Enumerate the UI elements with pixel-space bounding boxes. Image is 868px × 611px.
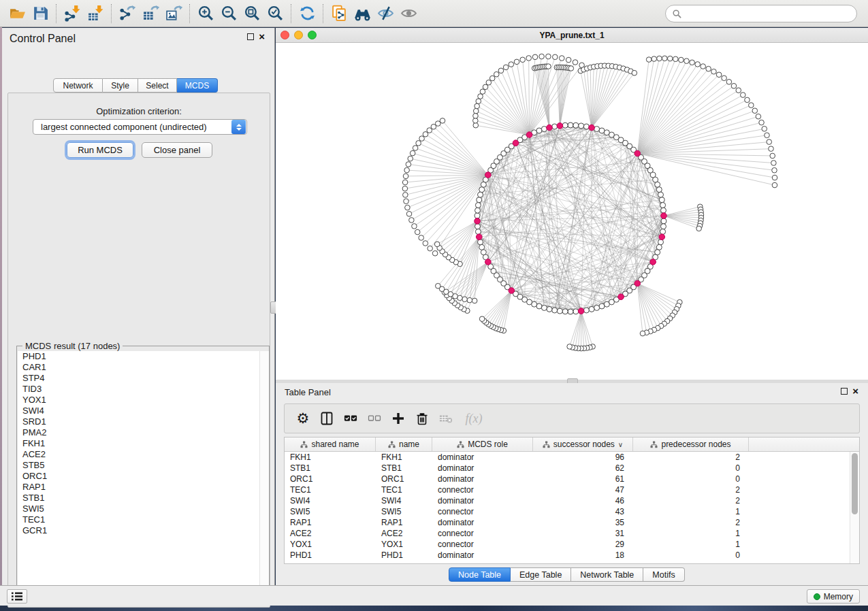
column-header-label: name bbox=[399, 440, 419, 449]
float-window-icon[interactable] bbox=[247, 33, 254, 40]
table-scrollbar[interactable] bbox=[850, 452, 859, 563]
table-row[interactable]: ACE2ACE2connector311 bbox=[285, 528, 859, 539]
mcds-result-item[interactable]: ORC1 bbox=[18, 471, 269, 482]
tab-network-table[interactable]: Network Table bbox=[571, 567, 643, 582]
close-panel-icon[interactable]: × bbox=[852, 388, 858, 395]
column-header-shared-name[interactable]: shared name bbox=[285, 437, 376, 451]
table-body[interactable]: FKH1FKH1dominator962STB1STB1dominator620… bbox=[285, 452, 859, 561]
tab-mcds[interactable]: MCDS bbox=[177, 78, 218, 93]
mcds-result-title: MCDS result (17 nodes) bbox=[22, 341, 123, 351]
table-cell: dominator bbox=[432, 518, 533, 527]
tab-network[interactable]: Network bbox=[53, 78, 103, 93]
table-cell: SWI4 bbox=[376, 496, 432, 506]
network-canvas[interactable] bbox=[276, 43, 868, 380]
mcds-result-list[interactable]: PHD1CAR1STP4TID3YOX1SWI4SRD1PMA2FKH1ACE2… bbox=[18, 351, 269, 598]
table-row[interactable]: ORC1ORC1dominator610 bbox=[285, 474, 859, 484]
close-panel-button[interactable]: Close panel bbox=[142, 142, 212, 158]
mcds-result-item[interactable]: PMA2 bbox=[18, 427, 269, 438]
hide-selected-button[interactable] bbox=[374, 3, 397, 24]
first-neighbors-button[interactable] bbox=[351, 3, 374, 24]
table-scrollbar-thumb[interactable] bbox=[852, 453, 858, 514]
mcds-result-item[interactable]: FKH1 bbox=[18, 438, 269, 449]
table-row[interactable]: SWI5SWI5connector431 bbox=[285, 506, 859, 517]
mcds-result-item[interactable]: TID3 bbox=[18, 384, 269, 395]
table-cell: dominator bbox=[432, 463, 533, 473]
close-panel-icon[interactable]: × bbox=[259, 33, 265, 40]
deselect-all-button[interactable] bbox=[364, 408, 385, 429]
column-header-predecessor-nodes[interactable]: predecessor nodes bbox=[633, 437, 749, 451]
export-table-button[interactable] bbox=[139, 3, 162, 24]
table-row[interactable]: YOX1YOX1connector291 bbox=[285, 539, 859, 550]
mcds-list-scrollbar[interactable] bbox=[259, 351, 268, 598]
import-network-button[interactable] bbox=[61, 3, 84, 24]
table-panel: Table Panel × ⚙ f(x) shared namenameMCDS… bbox=[276, 383, 868, 585]
tab-select[interactable]: Select bbox=[138, 78, 177, 93]
mcds-result-item[interactable]: PHD1 bbox=[18, 351, 269, 362]
memory-button[interactable]: Memory bbox=[807, 589, 860, 604]
mcds-result-item[interactable]: STP4 bbox=[18, 373, 269, 384]
show-all-button[interactable] bbox=[397, 3, 420, 24]
export-image-button[interactable] bbox=[162, 3, 185, 24]
zoom-in-button[interactable] bbox=[194, 3, 217, 24]
table-cell: FKH1 bbox=[376, 452, 432, 462]
maximize-traffic-light[interactable] bbox=[308, 31, 317, 39]
network-window: YPA_prune.txt_1 bbox=[276, 28, 868, 380]
mcds-result-item[interactable]: STB1 bbox=[18, 493, 269, 503]
table-options-button[interactable]: ⚙ bbox=[293, 408, 313, 429]
mcds-result-item[interactable]: TEC1 bbox=[18, 514, 269, 525]
mcds-result-item[interactable]: SWI4 bbox=[18, 406, 269, 416]
tab-motifs[interactable]: Motifs bbox=[643, 567, 684, 582]
fit-selected-button[interactable] bbox=[263, 3, 287, 24]
search-input[interactable] bbox=[686, 9, 850, 18]
tab-edge-table[interactable]: Edge Table bbox=[511, 567, 571, 582]
table-row[interactable]: STB1STB1dominator620 bbox=[285, 463, 859, 474]
mcds-result-item[interactable]: SWI5 bbox=[18, 503, 269, 514]
zoom-out-button[interactable] bbox=[217, 3, 240, 24]
mcds-result-item[interactable]: YOX1 bbox=[18, 395, 269, 406]
apply-layout-button[interactable] bbox=[295, 3, 319, 24]
mcds-result-item[interactable]: SRD1 bbox=[18, 416, 269, 427]
column-header-MCDS-role[interactable]: MCDS role bbox=[432, 437, 533, 451]
delete-column-button[interactable] bbox=[412, 408, 432, 429]
optimization-criterion-select[interactable]: largest connected component (undirected) bbox=[33, 119, 247, 135]
mcds-result-item[interactable]: STB5 bbox=[18, 460, 269, 471]
show-task-history-button[interactable] bbox=[7, 589, 27, 604]
table-cell: 0 bbox=[633, 463, 749, 473]
zoom-out-icon bbox=[221, 5, 238, 22]
toolbar-separator bbox=[56, 4, 57, 23]
column-header-successor-nodes[interactable]: successor nodes∨ bbox=[533, 437, 633, 451]
close-traffic-light[interactable] bbox=[280, 31, 289, 39]
import-table-button[interactable] bbox=[84, 3, 107, 24]
tab-node-table[interactable]: Node Table bbox=[449, 567, 511, 582]
delete-table-button[interactable] bbox=[436, 408, 456, 429]
table-row[interactable]: TEC1TEC1connector472 bbox=[285, 484, 859, 495]
trash-icon bbox=[415, 412, 429, 425]
mcds-result-item[interactable]: CAR1 bbox=[18, 362, 269, 373]
mcds-result-item[interactable]: RAP1 bbox=[18, 482, 269, 493]
network-graph[interactable] bbox=[276, 43, 868, 380]
minimize-traffic-light[interactable] bbox=[294, 31, 303, 39]
import-table-icon bbox=[87, 5, 104, 22]
table-row[interactable]: RAP1RAP1dominator352 bbox=[285, 517, 859, 528]
function-builder-button[interactable]: f(x) bbox=[460, 408, 488, 429]
column-header-name[interactable]: name bbox=[376, 437, 432, 451]
mcds-result-item[interactable]: ACE2 bbox=[18, 449, 269, 460]
select-all-button[interactable] bbox=[340, 408, 361, 429]
fit-content-button[interactable] bbox=[240, 3, 263, 24]
open-session-button[interactable] bbox=[5, 3, 29, 24]
table-cell: 1 bbox=[633, 507, 749, 516]
new-network-from-selection-button[interactable] bbox=[327, 3, 351, 24]
export-network-button[interactable] bbox=[116, 3, 139, 24]
show-columns-button[interactable] bbox=[317, 408, 337, 429]
table-cell: dominator bbox=[432, 474, 533, 484]
float-window-icon[interactable] bbox=[841, 388, 848, 395]
table-row[interactable]: SWI4SWI4dominator462 bbox=[285, 495, 859, 506]
mcds-result-item[interactable]: GCR1 bbox=[18, 525, 269, 536]
table-row[interactable]: FKH1FKH1dominator962 bbox=[285, 452, 859, 463]
tab-style[interactable]: Style bbox=[103, 78, 138, 93]
table-row[interactable]: PHD1PHD1dominator180 bbox=[285, 550, 859, 561]
create-column-button[interactable] bbox=[388, 408, 408, 429]
network-titlebar[interactable]: YPA_prune.txt_1 bbox=[276, 28, 868, 43]
run-mcds-button[interactable]: Run MCDS bbox=[67, 142, 133, 158]
save-session-button[interactable] bbox=[29, 3, 52, 24]
